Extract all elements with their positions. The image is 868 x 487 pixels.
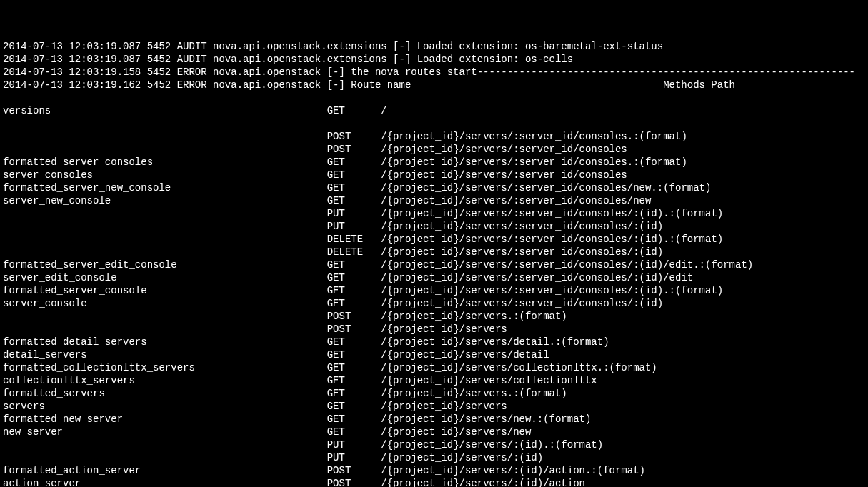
route-path: /{project_id}/servers.:(format)	[381, 311, 567, 322]
log-line: 2014-07-13 12:03:19.162 5452 ERROR nova.…	[3, 79, 865, 91]
route-row: server_console GET /{project_id}/servers…	[3, 297, 865, 310]
route-row: formatted_server_console GET /{project_i…	[3, 284, 865, 297]
route-path: /{project_id}/servers/collectionlttx	[381, 375, 597, 386]
route-method: GET	[327, 182, 381, 194]
route-path: /{project_id}/servers	[381, 323, 507, 335]
route-path: /{project_id}/servers/:server_id/console…	[381, 131, 687, 142]
route-method: GET	[327, 169, 381, 181]
route-path: /{project_id}/servers/:server_id/console…	[381, 182, 711, 194]
route-method: POST	[327, 311, 381, 322]
route-name: formatted_action_server	[3, 465, 327, 476]
route-row: formatted_new_server GET /{project_id}/s…	[3, 413, 865, 426]
route-row: POST /{project_id}/servers.:(format)	[3, 310, 865, 323]
route-method: POST	[327, 465, 381, 476]
route-row: server_consoles GET /{project_id}/server…	[3, 169, 865, 181]
log-line: 2014-07-13 12:03:19.087 5452 AUDIT nova.…	[3, 53, 865, 66]
route-name: versions	[3, 105, 327, 116]
route-name: server_edit_console	[3, 272, 327, 283]
route-path: /{project_id}/servers/:server_id/console…	[381, 156, 687, 168]
route-method	[327, 92, 381, 104]
route-path: /{project_id}/servers/collectionlttx.:(f…	[381, 362, 657, 373]
route-name: formatted_servers	[3, 388, 327, 399]
route-path: /{project_id}/servers/:server_id/console…	[381, 298, 663, 309]
route-method: GET	[327, 105, 381, 116]
route-name: formatted_detail_servers	[3, 336, 327, 348]
route-path: /{project_id}/servers/new	[381, 426, 531, 438]
route-name: new_server	[3, 426, 327, 438]
route-method: GET	[327, 388, 381, 399]
route-name: servers	[3, 401, 327, 412]
route-name: server_consoles	[3, 169, 327, 181]
route-row: DELETE /{project_id}/servers/:server_id/…	[3, 233, 865, 246]
route-method: POST	[327, 131, 381, 142]
route-name	[3, 92, 327, 104]
route-path: /{project_id}/servers/:server_id/console…	[381, 208, 723, 219]
route-method: PUT	[327, 452, 381, 463]
route-path: /{project_id}/servers/:server_id/console…	[381, 169, 627, 181]
route-row: formatted_detail_servers GET /{project_i…	[3, 336, 865, 348]
terminal-output: 2014-07-13 12:03:19.087 5452 AUDIT nova.…	[3, 40, 865, 487]
route-row: servers GET /{project_id}/servers	[3, 400, 865, 413]
route-path: /{project_id}/servers/:server_id/console…	[381, 272, 693, 283]
route-row: versions GET /	[3, 104, 865, 117]
route-name	[3, 144, 327, 155]
route-name: formatted_collectionlttx_servers	[3, 362, 327, 373]
route-name	[3, 246, 327, 258]
route-name: formatted_server_consoles	[3, 156, 327, 168]
log-line: 2014-07-13 12:03:19.087 5452 AUDIT nova.…	[3, 40, 865, 53]
route-name	[3, 452, 327, 463]
route-row: PUT /{project_id}/servers/:server_id/con…	[3, 220, 865, 233]
route-path: /{project_id}/servers/:server_id/console…	[381, 221, 663, 232]
route-name	[3, 234, 327, 245]
route-name: detail_servers	[3, 349, 327, 361]
route-method: GET	[327, 156, 381, 168]
route-name	[3, 323, 327, 335]
route-row: POST /{project_id}/servers/:server_id/co…	[3, 130, 865, 143]
route-method: GET	[327, 413, 381, 425]
route-path: /{project_id}/servers.:(format)	[381, 388, 567, 399]
route-path: /	[381, 105, 386, 116]
route-name: collectionlttx_servers	[3, 375, 327, 386]
route-method: GET	[327, 349, 381, 361]
route-method: GET	[327, 298, 381, 309]
route-path: /{project_id}/servers/detail	[381, 349, 549, 361]
route-path: /{project_id}/servers/:server_id/console…	[381, 259, 753, 271]
route-path: /{project_id}/servers/:(id)/action	[381, 478, 585, 487]
route-name: formatted_new_server	[3, 413, 327, 425]
route-row: new_server GET /{project_id}/servers/new	[3, 426, 865, 438]
route-name: formatted_server_new_console	[3, 182, 327, 194]
route-method: GET	[327, 375, 381, 386]
route-row: server_new_console GET /{project_id}/ser…	[3, 194, 865, 207]
route-row: POST /{project_id}/servers/:server_id/co…	[3, 143, 865, 156]
route-method: POST	[327, 144, 381, 155]
route-path: /{project_id}/servers/:(id)/action.:(for…	[381, 465, 645, 476]
route-method: GET	[327, 426, 381, 438]
route-path: /{project_id}/servers/:(id)	[381, 452, 543, 463]
route-path: /{project_id}/servers/:server_id/console…	[381, 246, 663, 258]
route-name	[3, 439, 327, 451]
route-row: formatted_action_server POST /{project_i…	[3, 464, 865, 477]
route-method: GET	[327, 401, 381, 412]
route-row: formatted_servers GET /{project_id}/serv…	[3, 387, 865, 400]
route-row: DELETE /{project_id}/servers/:server_id/…	[3, 246, 865, 258]
route-row: formatted_server_edit_console GET /{proj…	[3, 258, 865, 271]
route-method: GET	[327, 336, 381, 348]
route-row: action_server POST /{project_id}/servers…	[3, 477, 865, 487]
route-path: /{project_id}/servers	[381, 401, 507, 412]
route-name: action_server	[3, 478, 327, 487]
route-row: detail_servers GET /{project_id}/servers…	[3, 348, 865, 361]
route-name: formatted_server_edit_console	[3, 259, 327, 271]
route-row	[3, 117, 865, 130]
route-row: PUT /{project_id}/servers/:server_id/con…	[3, 207, 865, 220]
route-method: POST	[327, 478, 381, 487]
route-row: collectionlttx_servers GET /{project_id}…	[3, 374, 865, 387]
route-name	[3, 208, 327, 219]
route-method: DELETE	[327, 234, 381, 245]
route-method: PUT	[327, 208, 381, 219]
route-path: /{project_id}/servers/:server_id/console…	[381, 285, 723, 296]
route-row: POST /{project_id}/servers	[3, 323, 865, 336]
route-method: GET	[327, 195, 381, 206]
route-row	[3, 91, 865, 104]
route-row: PUT /{project_id}/servers/:(id).:(format…	[3, 438, 865, 451]
route-name	[3, 311, 327, 322]
